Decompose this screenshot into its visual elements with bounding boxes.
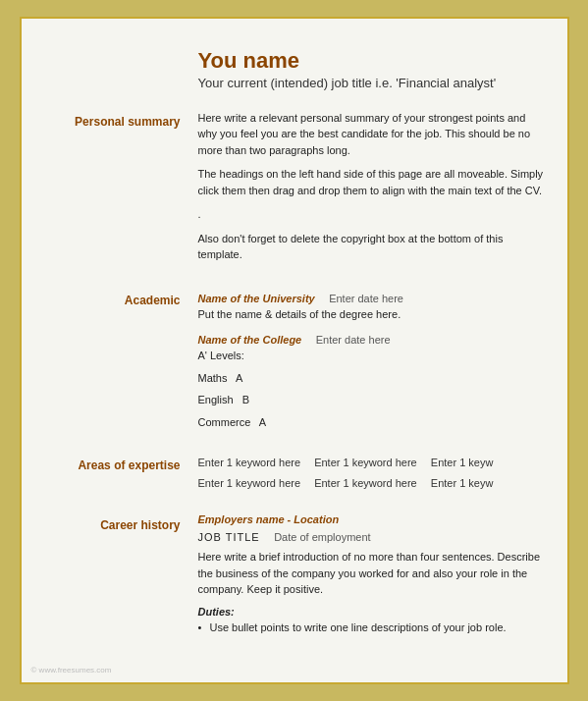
college-date: Enter date here (316, 334, 391, 346)
employer-name: Employers name - Location (198, 513, 548, 525)
personal-summary-p2: The headings on the left hand side of th… (198, 166, 548, 198)
personal-summary-section: Personal summary Here write a relevant p… (41, 110, 548, 271)
cv-job-title: Your current (intended) job title i.e. '… (198, 76, 548, 90)
academic-section: Academic Name of the University Enter da… (41, 289, 548, 437)
career-history-label-col: Career history (41, 513, 198, 635)
cv-name: You name (198, 48, 548, 74)
keyword-3: Enter 1 keyword here (198, 474, 315, 493)
employer-intro: Here write a brief introduction of no mo… (198, 549, 548, 598)
cv-page: You name Your current (intended) job tit… (20, 17, 569, 685)
university-entry: Name of the University Enter date here P… (198, 289, 548, 323)
university-name: Name of the University (198, 293, 315, 304)
job-title-row: JOB TITLE Date of employment (198, 527, 548, 545)
university-date: Enter date here (329, 293, 403, 304)
personal-summary-label-col: Personal summary (41, 110, 198, 271)
personal-summary-label: Personal summary (75, 115, 180, 129)
areas-expertise-section: Areas of expertise Enter 1 keyword here … (41, 454, 548, 496)
header-section: You name Your current (intended) job tit… (41, 48, 548, 100)
personal-summary-p4: Also don't forget to delete the copyrigh… (198, 231, 548, 263)
college-name: Name of the College (198, 334, 302, 346)
career-history-label: Career history (100, 518, 180, 532)
duties-label: Duties: (198, 606, 548, 618)
college-entry: Name of the College Enter date here A' L… (198, 330, 548, 430)
career-history-section: Career history Employers name - Location… (41, 513, 548, 635)
personal-summary-p3: . (198, 206, 548, 223)
keyword-2: Enter 1 keyw (431, 454, 548, 472)
college-subject-2: Commerce A (198, 414, 548, 431)
personal-summary-p1: Here write a relevant personal summary o… (198, 110, 548, 159)
employer-job-title: JOB TITLE (198, 531, 260, 543)
college-levels-label: A' Levels: (198, 348, 548, 364)
academic-label: Academic (125, 294, 181, 307)
header-left (41, 48, 198, 100)
personal-summary-content: Here write a relevant personal summary o… (198, 110, 548, 271)
keyword-5: Enter 1 keyw (431, 474, 548, 493)
keyword-0: Enter 1 keyword here (198, 454, 315, 472)
academic-content: Name of the University Enter date here P… (198, 289, 548, 437)
career-history-content: Employers name - Location JOB TITLE Date… (198, 513, 548, 635)
bullet-0: Use bullet points to write one line desc… (198, 620, 548, 636)
academic-label-col: Academic (41, 289, 198, 437)
college-subject-1: English B (198, 392, 548, 408)
areas-expertise-label: Areas of expertise (78, 458, 180, 472)
college-subject-0: Maths A (198, 370, 548, 387)
keywords-grid: Enter 1 keyword here Enter 1 keyword her… (198, 454, 548, 492)
watermark-text: © www.freesumes.com (31, 666, 112, 674)
areas-expertise-label-col: Areas of expertise (41, 454, 198, 496)
keyword-1: Enter 1 keyword here (314, 454, 431, 472)
header-right: You name Your current (intended) job tit… (198, 48, 548, 100)
keyword-4: Enter 1 keyword here (314, 474, 431, 493)
employment-date: Date of employment (274, 531, 370, 543)
areas-expertise-content: Enter 1 keyword here Enter 1 keyword her… (198, 454, 548, 496)
university-detail: Put the name & details of the degree her… (198, 306, 548, 323)
